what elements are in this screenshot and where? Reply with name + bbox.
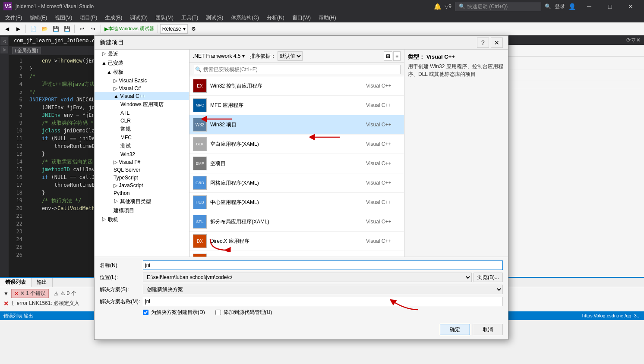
error-count-badge[interactable]: ✕ ✕ 1 个错误 (11, 289, 49, 298)
menu-debug[interactable]: 调试(D) (126, 13, 151, 22)
toolbar-more[interactable]: ⚙ (189, 24, 199, 34)
menu-test[interactable]: 测试(S) (202, 13, 227, 22)
tree-other[interactable]: ▷ 其他项目类型 (95, 197, 189, 206)
template-split-xaml[interactable]: SPL 拆分布局应用程序(XAML) Visual C++ (189, 212, 404, 232)
search-box: 🔍 (193, 65, 401, 74)
ok-button[interactable]: 确定 (440, 324, 470, 335)
tree-vf[interactable]: ▷ Visual F# (95, 158, 189, 166)
login-btn[interactable]: 登录 (555, 3, 565, 10)
tab-error-list[interactable]: 错误列表 (0, 278, 32, 287)
template-win32-console[interactable]: EX Win32 控制台应用程序 Visual C++ (189, 76, 404, 96)
checkbox1[interactable] (143, 310, 148, 315)
tab-output[interactable]: 输出 (32, 278, 53, 287)
undo-btn[interactable]: ↩ (77, 24, 87, 34)
status-mode: 错误列表 输出 (3, 313, 33, 318)
quick-launch-box[interactable]: 🔍 快速启动 (Ctrl+Q) (455, 2, 541, 11)
se-sync-btn[interactable]: ⟳ (626, 37, 631, 43)
close-btn[interactable]: ✕ (621, 0, 641, 13)
configuration-dropdown[interactable]: Release ▾ (160, 24, 188, 34)
checkbox2[interactable] (215, 310, 221, 315)
template-hub-xaml[interactable]: HUB 中心应用程序(XAML) Visual C++ (189, 193, 404, 212)
new-project-dialog[interactable]: 新建项目 ? ✕ ▷ 最近 ▲ 已安装 (94, 35, 508, 340)
run-btn[interactable]: ▶ 本地 Windows 调试器 (103, 24, 155, 34)
dialog-help-btn[interactable]: ? (477, 38, 489, 48)
search-icon2[interactable]: 🔍 (545, 3, 551, 9)
tree-cpp[interactable]: ▲ Visual C++ (95, 92, 189, 100)
filter-icon[interactable]: ▼ (3, 291, 9, 297)
status-url[interactable]: https://blog.csdn.net/qq_3... (582, 313, 641, 318)
tree-winstore[interactable]: Windows 应用商店 (95, 100, 189, 109)
name-row: 名称(N): (100, 260, 503, 270)
tree-general[interactable]: 常规 (95, 125, 189, 134)
tree-templates[interactable]: ▲ 模板 (95, 68, 189, 77)
tree-mfc[interactable]: MFC (95, 134, 189, 141)
tree-test[interactable]: 测试 (95, 141, 189, 151)
menu-team[interactable]: 团队(M) (152, 13, 177, 22)
tree-clr-label: CLR (120, 118, 131, 124)
notification-icon[interactable]: 🔔 (434, 3, 441, 10)
tree-vb[interactable]: ▷ Visual Basic (95, 77, 189, 85)
menu-tools[interactable]: 工具(T) (178, 13, 202, 22)
framework-dropdown-arrow[interactable]: ▾ (242, 53, 245, 59)
dialog-close-btn[interactable]: ✕ (491, 38, 503, 48)
solution-name-input[interactable] (143, 297, 503, 306)
menu-window[interactable]: 窗口(W) (289, 13, 314, 22)
location-select[interactable]: E:\self\learn\luban school\jvm\code\c\ (143, 273, 472, 282)
scope-selector[interactable]: (全局范围) (12, 47, 41, 54)
template-search-input[interactable] (203, 66, 398, 72)
tree-sql[interactable]: SQL Server (95, 166, 189, 174)
menu-help[interactable]: 帮助(H) (315, 13, 340, 22)
save-btn[interactable]: 💾 (51, 24, 61, 34)
maximize-btn[interactable]: □ (600, 0, 620, 13)
tree-clr[interactable]: CLR (95, 117, 189, 125)
open-btn[interactable]: 📂 (39, 24, 50, 34)
se-close-btn[interactable]: ✕ (636, 37, 641, 43)
template-win32[interactable]: W32 Win32 项目 Visual C++ (189, 115, 404, 135)
tree-atl[interactable]: ATL (95, 109, 189, 117)
cancel-button[interactable]: 取消 (473, 324, 503, 335)
tree-cs[interactable]: ▷ Visual C# (95, 85, 189, 92)
menu-view[interactable]: 视图(V) (51, 13, 76, 22)
menu-arch[interactable]: 体系结构(C) (227, 13, 262, 22)
template-empty[interactable]: EMP 空项目 Visual C++ (189, 154, 404, 173)
template-directx[interactable]: DX DirectX 应用程序 Visual C++ (189, 232, 404, 251)
template-blank-xaml[interactable]: BLK 空白应用程序(XAML) Visual C++ (189, 135, 404, 154)
name-input[interactable] (143, 260, 503, 270)
fwd-btn[interactable]: ▶ (13, 24, 23, 34)
status-left: 错误列表 输出 (3, 313, 33, 319)
tree-recent[interactable]: ▷ 最近 (95, 50, 189, 59)
account-icon[interactable]: 👤 (568, 3, 576, 10)
menu-project[interactable]: 项目(P) (76, 13, 101, 22)
tree-win32[interactable]: Win32 (95, 151, 189, 158)
template-grid-xaml[interactable]: GRD 网格应用程序(XAML) Visual C++ (189, 173, 404, 193)
save-all-btn[interactable]: 💾 (62, 24, 72, 34)
tree-online[interactable]: ▷ 联机 (95, 215, 189, 224)
solution-select[interactable]: 创建新解决方案 (143, 285, 503, 294)
tree-build-template[interactable]: 建模项目 (95, 206, 189, 215)
template-mfc[interactable]: MFC MFC 应用程序 Visual C++ (189, 96, 404, 115)
location-label: 位置(L): (100, 274, 143, 281)
error-desc: error LNK1561: 必须定义入 (17, 300, 79, 307)
browse-btn[interactable]: 浏览(B)... (474, 273, 503, 282)
gutter-btn1[interactable]: ◁ (0, 37, 8, 45)
tree-python[interactable]: Python (95, 189, 189, 197)
tree-js[interactable]: ▷ JavaScript (95, 182, 189, 189)
menu-build[interactable]: 生成(B) (101, 13, 126, 22)
editor-tab-main[interactable]: com_jt_learn_jni_JniDemo.c ✕ (9, 35, 106, 46)
se-filter-btn[interactable]: ▽ (631, 37, 635, 43)
menu-analyze[interactable]: 分析(N) (263, 13, 288, 22)
grid-view-btn[interactable]: ⊞ (384, 51, 392, 61)
menu-edit[interactable]: 编辑(E) (26, 13, 51, 22)
menu-file[interactable]: 文件(F) (2, 13, 25, 22)
redo-btn[interactable]: ↪ (88, 24, 98, 34)
tree-ts[interactable]: TypeScript (95, 174, 189, 182)
warning-count-badge[interactable]: ⚠ ⚠ 0 个 (51, 289, 79, 298)
minimize-btn[interactable]: ─ (579, 0, 599, 13)
back-btn[interactable]: ◀ (2, 24, 12, 34)
tree-installed[interactable]: ▲ 已安装 (95, 59, 189, 68)
vs-logo: VS (3, 2, 12, 12)
new-file-btn[interactable]: 📄 (28, 24, 38, 34)
gutter-btn2[interactable]: ▷ (0, 46, 8, 53)
list-view-btn[interactable]: ≡ (393, 51, 401, 61)
sort-select[interactable]: 默认值 (278, 51, 303, 61)
